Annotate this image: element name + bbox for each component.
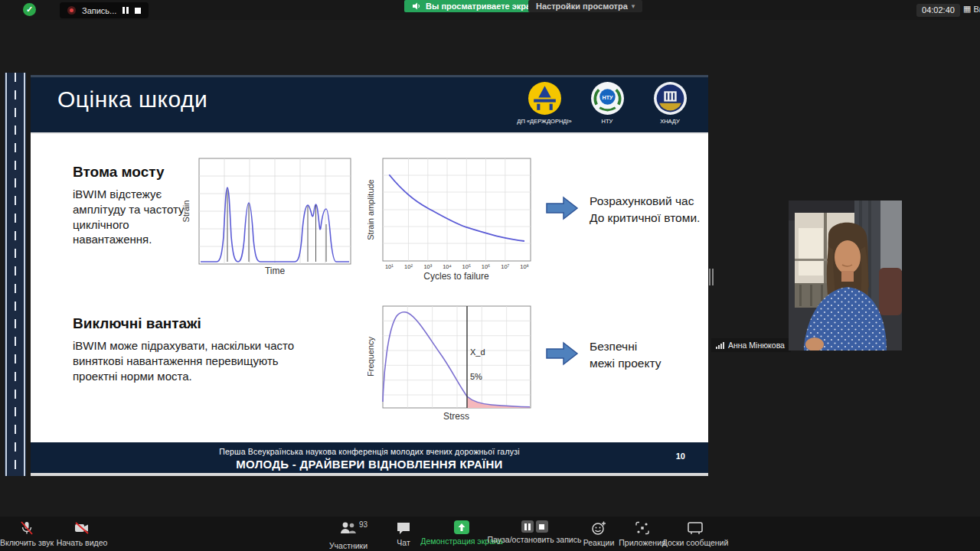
- y-axis-label: Frequency: [368, 337, 375, 377]
- view-button[interactable]: ▦ Вид: [963, 4, 980, 14]
- camera-off-icon: [74, 520, 90, 536]
- fatigue-callout: Розрахунковий час До критичної втоми.: [545, 191, 700, 227]
- top-bar: ✓ Запись... Вы просматриваете экран dndi…: [0, 0, 980, 20]
- recording-dot-icon: [67, 6, 76, 15]
- webcam-video: [789, 201, 902, 350]
- logo-row: ДП «ДЕРЖДОРНДІ» НТУ НТУ: [517, 81, 697, 125]
- shared-screen-slide: Оцінка шкоди ДП «ДЕРЖДОРНДІ» Н: [31, 75, 708, 476]
- arrow-right-icon: [545, 196, 579, 220]
- apps-icon: [635, 520, 650, 536]
- participants-icon: [339, 520, 358, 536]
- logo-khadu: ХНАДУ: [642, 81, 697, 125]
- x-tick: 10⁸: [520, 263, 529, 270]
- recording-pill: Запись...: [60, 2, 149, 18]
- x-tick: 10²: [404, 263, 413, 270]
- derzhdorndi-logo-icon: [528, 81, 562, 116]
- pause-record-icon[interactable]: [521, 520, 534, 533]
- x-tick: 10¹: [385, 263, 394, 270]
- stress-distribution-chart: X_d 5% Frequency Stress: [368, 303, 544, 425]
- chat-bubble-icon: [396, 520, 411, 536]
- panel-divider-handle[interactable]: [708, 269, 714, 285]
- safe-limits-callout: Безпечні межі проекту: [545, 337, 661, 373]
- callout-line2: До критичної втоми.: [590, 210, 700, 227]
- whiteboard-icon: [687, 520, 704, 536]
- slide-footer: Перша Всеукраїнська наукова конференція …: [31, 442, 708, 473]
- khadu-logo-icon: [653, 81, 688, 116]
- conference-motto: МОЛОДЬ - ДРАЙВЕРИ ВІДНОВЛЕННЯ КРАЇНИ: [31, 458, 708, 471]
- share-screen-icon: [454, 520, 469, 534]
- view-settings-dropdown[interactable]: Настройки просмотра ▾: [528, 0, 642, 12]
- grid-view-icon: ▦: [963, 4, 971, 14]
- mic-muted-icon: [19, 520, 34, 536]
- section2-body: iBWIM може підрахувати, наскільки часто …: [73, 338, 316, 383]
- whiteboards-button[interactable]: Доски сообщений: [649, 520, 741, 547]
- svg-text:НТУ: НТУ: [602, 95, 613, 101]
- design-value-annotation: X_d: [470, 347, 485, 357]
- x-tick: 10⁷: [501, 263, 509, 270]
- x-axis-label: Time: [265, 266, 286, 276]
- logo-caption: НТУ: [602, 118, 613, 125]
- stop-record-icon[interactable]: [536, 520, 548, 533]
- slide-header: Оцінка шкоди ДП «ДЕРЖДОРНДІ» Н: [31, 75, 708, 134]
- slide-bottom-edge: [31, 473, 708, 476]
- slide-page-number: 10: [676, 452, 685, 461]
- y-axis-label: Strain amplitude: [368, 179, 375, 240]
- tail-probability-annotation: 5%: [470, 372, 482, 381]
- callout-line1: Безпечні: [590, 338, 661, 355]
- x-tick: 10⁶: [482, 263, 490, 270]
- start-video-button[interactable]: Начать видео: [36, 520, 128, 547]
- x-tick: 10⁴: [443, 263, 452, 270]
- arrow-right-icon: [545, 341, 579, 366]
- x-tick: 10³: [423, 263, 432, 270]
- x-axis-label: Stress: [443, 411, 469, 422]
- security-shield-icon[interactable]: ✓: [23, 3, 36, 16]
- section2-heading: Виключні вантажі: [73, 315, 201, 332]
- strain-time-chart: Strain Time: [181, 154, 365, 278]
- sn-curve-chart: 10¹ 10² 10³ 10⁴ 10⁵ 10⁶ 10⁷ 10⁸ Strain a…: [368, 154, 544, 282]
- participant-video-tile[interactable]: [789, 201, 902, 350]
- speaker-icon: [412, 2, 421, 11]
- callout-line1: Розрахунковий час: [590, 193, 700, 210]
- slide-title: Оцінка шкоди: [57, 86, 207, 112]
- recording-label: Запись...: [82, 6, 116, 15]
- meeting-timer: 04:02:40: [916, 4, 960, 17]
- x-tick: 10⁵: [462, 263, 471, 270]
- logo-derzhdorndi: ДП «ДЕРЖДОРНДІ»: [517, 81, 572, 125]
- conference-name: Перша Всеукраїнська наукова конференція …: [31, 447, 708, 456]
- callout-line2: межі проекту: [590, 355, 661, 372]
- section1-heading: Втома мосту: [73, 164, 165, 181]
- logo-caption: ДП «ДЕРЖДОРНДІ»: [517, 118, 571, 125]
- participant-name-tag: Анна Мінюкова: [711, 338, 791, 352]
- stop-recording-icon[interactable]: [135, 8, 141, 14]
- meeting-toolbar: Включить звук Начать видео 93 Участники …: [0, 517, 980, 551]
- logo-ntu: НТУ НТУ: [580, 81, 635, 125]
- x-axis-label: Cycles to failure: [423, 271, 489, 282]
- y-axis-label: Strain: [181, 201, 191, 223]
- pause-recording-icon[interactable]: [122, 7, 129, 14]
- chevron-down-icon: ▾: [632, 2, 635, 10]
- signal-strength-icon: [716, 342, 724, 349]
- ntu-logo-icon: НТУ: [590, 81, 625, 116]
- logo-caption: ХНАДУ: [660, 118, 680, 125]
- participant-name: Анна Мінюкова: [728, 341, 785, 350]
- road-decoration: [5, 73, 26, 476]
